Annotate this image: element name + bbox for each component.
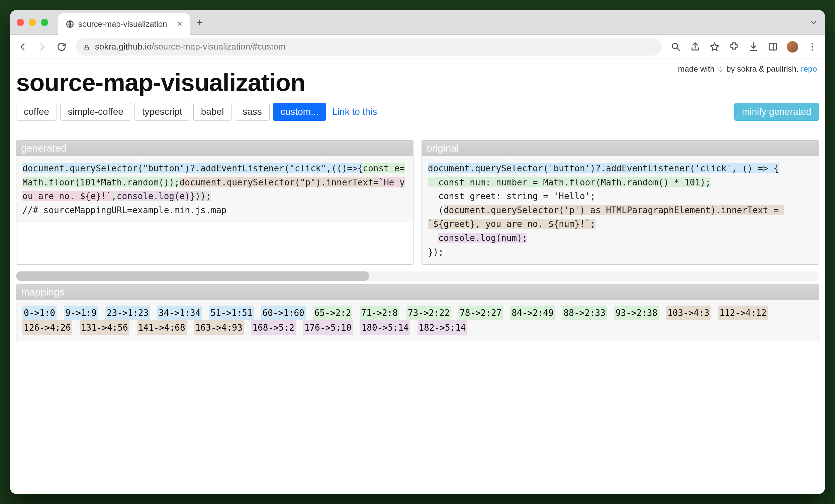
back-button[interactable] xyxy=(17,41,28,52)
titlebar: source-map-visualization × + xyxy=(10,10,825,35)
sass-button[interactable]: sass xyxy=(235,103,270,121)
code-seg: () => { xyxy=(742,163,779,173)
close-window-button[interactable] xyxy=(17,19,24,26)
made-with-by: by sokra & paulirish. xyxy=(724,64,801,73)
code-seg: querySelector('p') xyxy=(491,205,590,215)
mapping-item[interactable]: 103->4:3 xyxy=(666,305,711,320)
tabs-menu-icon[interactable] xyxy=(809,18,818,27)
mapping-item[interactable]: 65->2:2 xyxy=(313,305,352,320)
mappings-list[interactable]: 0->1:09->1:923->1:2334->1:3451->1:5160->… xyxy=(16,300,819,340)
code-seg: document. xyxy=(444,205,491,215)
mapping-item[interactable]: 78->2:27 xyxy=(458,305,503,320)
extensions-icon[interactable] xyxy=(729,41,739,52)
original-panel: original document.querySelector('button'… xyxy=(422,140,819,265)
scrollbar-thumb[interactable] xyxy=(16,271,369,281)
code-seg: const greet: string = 'Hello'; xyxy=(428,191,595,201)
original-code[interactable]: document.querySelector('button')?.addEve… xyxy=(422,156,819,264)
code-seg: addEventListener("click",( xyxy=(200,163,337,173)
share-icon[interactable] xyxy=(690,41,700,52)
sidepanel-icon[interactable] xyxy=(768,41,778,52)
mapping-item[interactable]: 168->5:2 xyxy=(251,320,296,335)
simple-coffee-button[interactable]: simple-coffee xyxy=(60,103,131,121)
code-seg: `He xyxy=(379,177,394,187)
url-host: sokra.github.io xyxy=(95,41,151,52)
mapping-item[interactable]: 182->5:14 xyxy=(418,320,467,335)
code-seg: Math. xyxy=(22,177,48,187)
code-seg: document. xyxy=(22,163,69,173)
code-seg: floor( xyxy=(569,177,601,187)
tab-title: source-map-visualization xyxy=(78,19,167,29)
mapping-item[interactable]: 9->1:9 xyxy=(64,305,98,320)
mapping-item[interactable]: 34->1:34 xyxy=(157,305,202,320)
mapping-item[interactable]: 23->1:23 xyxy=(105,305,150,320)
maximize-window-button[interactable] xyxy=(41,19,48,26)
code-seg: console. xyxy=(117,191,159,201)
custom-button[interactable]: custom... xyxy=(273,103,326,121)
mapping-item[interactable]: 73->2:22 xyxy=(406,305,451,320)
mapping-item[interactable]: 180->5:14 xyxy=(360,320,410,335)
generated-panel-title: generated xyxy=(16,141,413,156)
svg-point-6 xyxy=(812,49,813,51)
menu-icon[interactable] xyxy=(807,41,818,52)
code-seg xyxy=(428,233,438,243)
horizontal-scrollbar[interactable] xyxy=(16,271,819,281)
minify-generated-button[interactable]: minify generated xyxy=(734,103,819,121)
code-seg: console. xyxy=(438,233,480,243)
forward-button[interactable] xyxy=(37,41,47,52)
code-seg: as HTMLParagraphElement). xyxy=(590,205,721,215)
mapping-item[interactable]: 163->4:93 xyxy=(194,320,244,335)
generated-code[interactable]: document.querySelector("button")?.addEve… xyxy=(16,156,413,223)
mapping-item[interactable]: 88->2:33 xyxy=(562,305,607,320)
url-path: /source-map-visualization/#custom xyxy=(151,41,285,52)
reload-button[interactable] xyxy=(56,41,67,52)
code-seg: , xyxy=(111,191,117,201)
mapping-item[interactable]: 0->1:0 xyxy=(22,305,57,320)
repo-link[interactable]: repo xyxy=(801,64,817,73)
mapping-item[interactable]: 60->1:60 xyxy=(261,305,306,320)
url-field[interactable]: sokra.github.io/source-map-visualization… xyxy=(76,38,662,56)
code-seg: log( xyxy=(481,233,502,243)
new-tab-button[interactable]: + xyxy=(196,16,203,29)
typescript-button[interactable]: typescript xyxy=(135,103,190,121)
profile-avatar[interactable] xyxy=(787,41,798,53)
svg-point-5 xyxy=(812,46,813,47)
code-seg: ${e}!` xyxy=(80,191,111,201)
address-bar: sokra.github.io/source-map-visualization… xyxy=(10,35,825,59)
star-icon[interactable] xyxy=(709,41,720,52)
toolbar-actions xyxy=(670,41,818,53)
made-with-credit: made with ♡ by sokra & paulirish. repo xyxy=(678,64,817,74)
code-seg: querySelector("p"). xyxy=(227,177,326,187)
mapping-item[interactable]: 176->5:10 xyxy=(303,320,353,335)
mapping-item[interactable]: 141->4:68 xyxy=(137,320,187,335)
code-seg: e) xyxy=(180,191,190,201)
babel-button[interactable]: babel xyxy=(194,103,232,121)
downloads-icon[interactable] xyxy=(748,41,759,52)
code-seg: document. xyxy=(428,163,475,173)
mapping-item[interactable]: 71->2:8 xyxy=(360,305,399,320)
generated-panel: generated document.querySelector("button… xyxy=(16,140,413,265)
mapping-item[interactable]: 51->1:51 xyxy=(209,305,253,320)
code-seg: innerText = xyxy=(721,205,784,215)
mapping-item[interactable]: 112->4:12 xyxy=(718,305,768,320)
svg-point-4 xyxy=(812,43,813,44)
code-seg: querySelector("button")?. xyxy=(69,163,200,173)
mapping-item[interactable]: 93->2:38 xyxy=(614,305,659,320)
code-seg: log( xyxy=(159,191,180,201)
example-toolbar: coffee simple-coffee typescript babel sa… xyxy=(16,103,819,121)
close-tab-icon[interactable]: × xyxy=(177,19,182,29)
code-seg: })); xyxy=(190,191,211,201)
link-to-this[interactable]: Link to this xyxy=(332,106,377,117)
code-seg: Math. xyxy=(101,177,127,187)
browser-tab[interactable]: source-map-visualization × xyxy=(58,13,190,35)
search-icon[interactable] xyxy=(670,41,681,52)
code-seg: random()); xyxy=(127,177,180,187)
mappings-panel-title: mappings xyxy=(16,284,819,300)
mapping-item[interactable]: 84->2:49 xyxy=(510,305,555,320)
browser-window: source-map-visualization × + sokra.githu… xyxy=(10,10,825,494)
code-seg: }); xyxy=(428,247,444,257)
mapping-item[interactable]: 131->4:56 xyxy=(80,320,129,335)
coffee-button[interactable]: coffee xyxy=(16,103,57,121)
minimize-window-button[interactable] xyxy=(29,19,36,26)
code-seg: const e= xyxy=(363,163,405,173)
mapping-item[interactable]: 126->4:26 xyxy=(22,320,72,335)
